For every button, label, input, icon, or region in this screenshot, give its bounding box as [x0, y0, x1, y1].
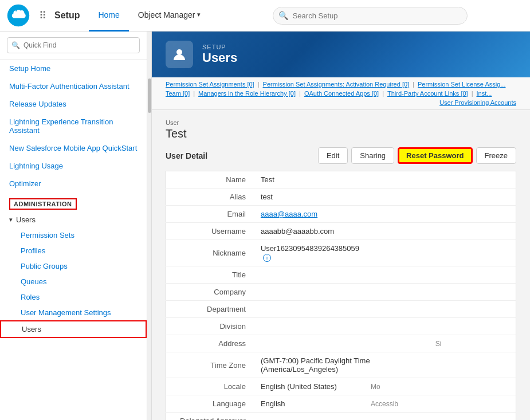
sidebar-scrolltrack	[147, 32, 151, 420]
quick-find-icon: 🔍	[11, 41, 20, 49]
sidebar-wrapper: 🔍 Setup Home Multi-Factor Authentication…	[0, 32, 152, 420]
value-alias: test	[255, 189, 365, 206]
top-nav: ⠿ Setup Home Object Manager ▾ 🔍	[0, 0, 530, 32]
sidebar-scrollthumb[interactable]	[148, 78, 151, 113]
sidebar-sub-roles[interactable]: Roles	[0, 289, 147, 305]
sep-5: |	[382, 90, 384, 97]
value-title	[255, 266, 365, 284]
main-layout: 🔍 Setup Home Multi-Factor Authentication…	[0, 32, 530, 420]
label-company: Company	[166, 284, 255, 301]
value-nickname: User16230954839264385059 i	[255, 240, 365, 266]
value-address	[255, 335, 365, 352]
label-username: Username	[166, 223, 255, 240]
breadcrumb-link-oauth[interactable]: OAuth Connected Apps [0]	[304, 90, 379, 97]
nickname-info-icon[interactable]: i	[263, 254, 271, 262]
sidebar-item-lightning-usage[interactable]: Lightning Usage	[0, 157, 147, 175]
breadcrumb-link-activation[interactable]: Permission Set Assignments: Activation R…	[263, 81, 410, 88]
freeze-button[interactable]: Freeze	[476, 147, 516, 164]
table-row: Address Si	[166, 335, 516, 352]
nav-tabs: Home Object Manager ▾	[89, 0, 210, 32]
label-title: Title	[166, 266, 255, 284]
breadcrumb-link-managers[interactable]: Managers in the Role Hierarchy [0]	[198, 90, 296, 97]
value-username: aaaabb@aaaabb.com	[255, 223, 365, 240]
sidebar-expandable-users[interactable]: ▾ Users	[0, 212, 147, 227]
table-row: Title	[166, 266, 516, 284]
breadcrumb-link-team[interactable]: Team [0]	[166, 90, 190, 97]
table-row: Name Test	[166, 171, 516, 189]
breadcrumb-bar: Permission Set Assignments [0] | Permiss…	[152, 77, 530, 110]
breadcrumb-link-provisioning[interactable]: User Provisioning Accounts	[439, 99, 516, 106]
users-label: Users	[16, 215, 36, 224]
setup-label: Setup	[54, 10, 80, 21]
sidebar-sub-profiles[interactable]: Profiles	[0, 243, 147, 258]
search-input[interactable]	[273, 7, 468, 25]
sidebar-sub-user-mgmt[interactable]: User Management Settings	[0, 305, 147, 320]
detail-table: Name Test Alias test Email aaaa@aaaa.com	[166, 171, 516, 420]
label-delegated-approver: Delegated Approver	[166, 413, 255, 421]
table-row: Email aaaa@aaaa.com	[166, 206, 516, 223]
detail-content: User Test User Detail Edit Sharing Reset…	[152, 110, 530, 420]
users-icon	[166, 41, 193, 68]
grid-icon[interactable]: ⠿	[39, 9, 46, 22]
value-name: Test	[255, 171, 365, 189]
table-row: Delegated Approver	[166, 413, 516, 421]
table-row: Nickname User16230954839264385059 i	[166, 240, 516, 266]
edit-button[interactable]: Edit	[318, 147, 348, 164]
action-bar: User Detail Edit Sharing Reset Password …	[166, 147, 516, 164]
sidebar-sub-users[interactable]: Users	[0, 320, 147, 338]
tab-object-manager[interactable]: Object Manager ▾	[129, 0, 210, 32]
table-row: Locale English (United States) Mo	[166, 378, 516, 395]
label-timezone: Time Zone	[166, 352, 255, 378]
setup-subtitle: SETUP	[202, 44, 237, 50]
page-header: SETUP Users	[152, 32, 530, 77]
sidebar-sub-permission-sets[interactable]: Permission Sets	[0, 227, 147, 243]
label-address: Address	[166, 335, 255, 352]
sidebar-item-setup-home[interactable]: Setup Home	[0, 60, 147, 77]
table-row: Username aaaabb@aaaabb.com	[166, 223, 516, 240]
salesforce-logo	[7, 4, 30, 27]
quick-find-input[interactable]	[7, 37, 140, 53]
object-manager-arrow: ▾	[197, 11, 201, 18]
breadcrumb-link-thirdparty[interactable]: Third-Party Account Links [0]	[387, 90, 468, 97]
label-locale: Locale	[166, 378, 255, 395]
sep-4: |	[299, 90, 301, 97]
sidebar: 🔍 Setup Home Multi-Factor Authentication…	[0, 32, 147, 420]
label-email: Email	[166, 206, 255, 223]
table-row: Department	[166, 301, 516, 318]
sidebar-sub-public-groups[interactable]: Public Groups	[0, 258, 147, 274]
breadcrumb-link-inst[interactable]: Inst...	[476, 90, 492, 97]
value-division	[255, 318, 365, 335]
label-department: Department	[166, 301, 255, 318]
sep-3: |	[193, 90, 195, 97]
table-row: Alias test	[166, 189, 516, 206]
sidebar-item-mfa-assistant[interactable]: Multi-Factor Authentication Assistant	[0, 77, 147, 95]
sidebar-item-optimizer[interactable]: Optimizer	[0, 175, 147, 193]
tab-home[interactable]: Home	[89, 0, 128, 32]
value-company	[255, 284, 365, 301]
page-title: Users	[202, 50, 237, 65]
sidebar-item-release-updates[interactable]: Release Updates	[0, 95, 147, 113]
table-row: Company	[166, 284, 516, 301]
page-header-text: SETUP Users	[202, 44, 237, 65]
breadcrumb-link-permission-sets[interactable]: Permission Set Assignments [0]	[166, 81, 254, 88]
quick-find-section: 🔍	[0, 32, 147, 60]
sidebar-item-lightning-transition[interactable]: Lightning Experience Transition Assistan…	[0, 113, 147, 139]
value-delegated-approver	[255, 413, 365, 421]
sidebar-sub-queues[interactable]: Queues	[0, 274, 147, 289]
value-email: aaaa@aaaa.com	[255, 206, 365, 223]
email-link[interactable]: aaaa@aaaa.com	[261, 210, 317, 218]
label-alias: Alias	[166, 189, 255, 206]
sidebar-item-mobile-quickstart[interactable]: New Salesforce Mobile App QuickStart	[0, 139, 147, 157]
reset-password-button[interactable]: Reset Password	[398, 147, 472, 164]
table-row: Language English Accessib	[166, 395, 516, 413]
section-title: User Detail	[166, 151, 207, 160]
sharing-button[interactable]: Sharing	[351, 147, 394, 164]
value-department	[255, 301, 365, 318]
table-row: Division	[166, 318, 516, 335]
breadcrumb-link-license[interactable]: Permission Set License Assig...	[418, 81, 505, 88]
search-icon: 🔍	[278, 11, 288, 20]
administration-label: ADMINISTRATION	[9, 198, 77, 210]
sep-2: |	[413, 81, 414, 88]
table-row: Time Zone (GMT-7:00) Pacific Daylight Ti…	[166, 352, 516, 378]
value-language: English	[255, 395, 365, 413]
